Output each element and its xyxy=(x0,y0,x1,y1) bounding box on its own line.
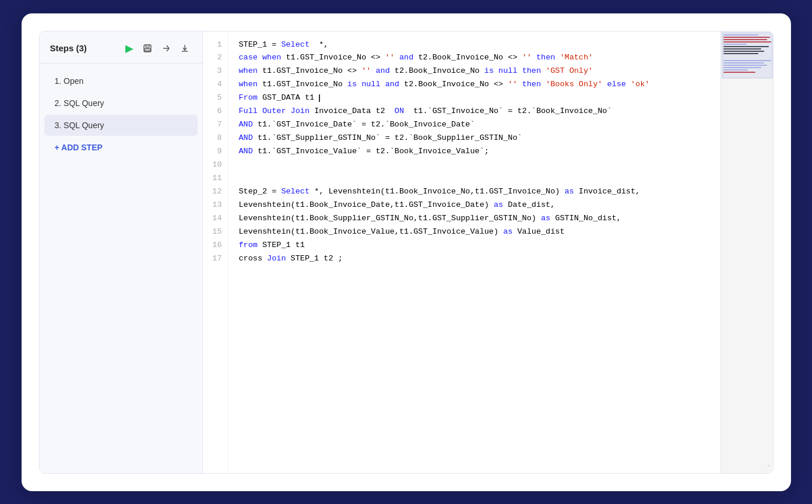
step-open[interactable]: 1. Open xyxy=(44,71,198,91)
code-line-14: Levenshtein(t1.Book_Supplier_GSTIN_No,t1… xyxy=(239,212,720,225)
save-button[interactable] xyxy=(140,43,154,54)
sidebar-title: Steps (3) xyxy=(50,43,117,53)
svg-rect-1 xyxy=(146,45,149,48)
code-content[interactable]: STEP_1 = Select *, case when t1.GST_Invo… xyxy=(229,31,720,473)
code-line-13: Levenshtein(t1.Book_Invoice_Date,t1.GST_… xyxy=(239,199,720,212)
minimap: ⌟ xyxy=(720,31,773,473)
sidebar: Steps (3) ▶ xyxy=(40,31,203,473)
code-line-17: cross Join STEP_1 t2 ; xyxy=(239,252,720,266)
main-window: Steps (3) ▶ xyxy=(22,13,791,491)
code-line-1: STEP_1 = Select *, xyxy=(239,38,720,52)
code-line-6: Full Outer Join Invoice_Data t2 ON t1.`G… xyxy=(239,105,720,118)
code-line-12: Step_2 = Select *, Levenshtein(t1.Book_I… xyxy=(239,185,720,199)
add-step-button[interactable]: + ADD STEP xyxy=(44,137,198,158)
code-line-7: AND t1.`GST_Invoice_Date` = t2.`Book_Inv… xyxy=(239,118,720,132)
download-button[interactable] xyxy=(178,43,192,54)
code-editor[interactable]: 1 2 3 4 5 6 7 8 9 10 11 12 13 14 15 16 1 xyxy=(203,31,773,473)
code-line-3: when t1.GST_Invoice_No <> '' and t2.Book… xyxy=(239,65,720,78)
code-line-9: AND t1.`GST_Invoice_Value` = t2.`Book_In… xyxy=(239,145,720,158)
svg-rect-18 xyxy=(722,33,772,78)
code-line-15: Levenshtein(t1.Book_Invoice_Value,t1.GST… xyxy=(239,225,720,239)
resize-handle[interactable]: ⌟ xyxy=(766,459,770,470)
code-line-2: case when t1.GST_Invoice_No <> '' and t2… xyxy=(239,51,720,65)
svg-rect-2 xyxy=(145,48,150,51)
code-line-4: when t1.GST_Invoice_No is null and t2.Bo… xyxy=(239,78,720,91)
code-line-10 xyxy=(239,158,720,172)
code-line-11 xyxy=(239,172,720,185)
line-numbers: 1 2 3 4 5 6 7 8 9 10 11 12 13 14 15 16 1 xyxy=(203,31,229,473)
code-line-5: From GST_DATA t1 xyxy=(239,91,720,105)
code-line-8: AND t1.`GST_Supplier_GSTIN_No` = t2.`Boo… xyxy=(239,132,720,145)
play-button[interactable]: ▶ xyxy=(123,41,136,56)
step-sql-2[interactable]: 3. SQL Query xyxy=(44,115,198,136)
code-editor-area[interactable]: 1 2 3 4 5 6 7 8 9 10 11 12 13 14 15 16 1 xyxy=(203,31,773,473)
code-line-16: from STEP_1 t1 xyxy=(239,239,720,252)
sidebar-header: Steps (3) ▶ xyxy=(40,31,202,64)
main-content-area: Steps (3) ▶ xyxy=(39,31,774,474)
step-sql-1[interactable]: 2. SQL Query xyxy=(44,93,198,114)
header-icons: ▶ xyxy=(123,41,192,56)
sidebar-steps: 1. Open 2. SQL Query 3. SQL Query + ADD … xyxy=(40,64,202,473)
share-button[interactable] xyxy=(159,43,173,54)
